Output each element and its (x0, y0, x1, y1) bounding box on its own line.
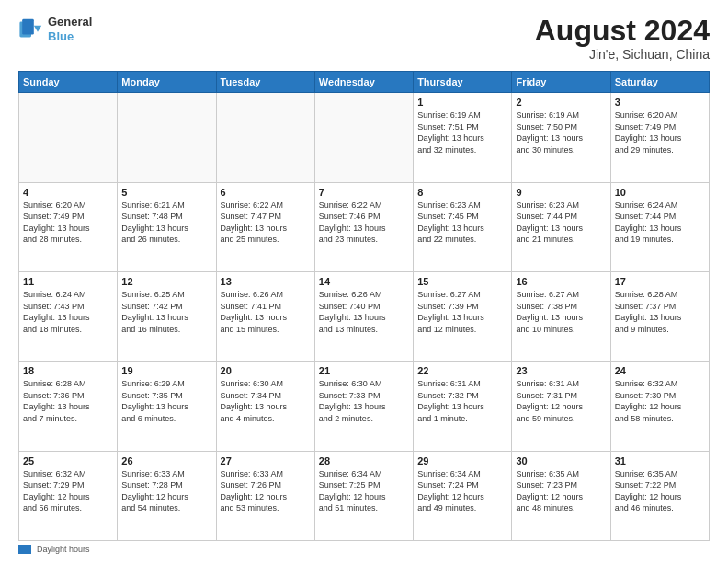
day-info: Sunrise: 6:31 AM Sunset: 7:32 PM Dayligh… (417, 378, 507, 424)
calendar-week-row: 1Sunrise: 6:19 AM Sunset: 7:51 PM Daylig… (19, 93, 710, 182)
table-row: 17Sunrise: 6:28 AM Sunset: 7:37 PM Dayli… (610, 271, 709, 361)
day-info: Sunrise: 6:23 AM Sunset: 7:45 PM Dayligh… (417, 200, 507, 246)
table-row: 3Sunrise: 6:20 AM Sunset: 7:49 PM Daylig… (610, 93, 709, 182)
day-number: 11 (23, 276, 113, 287)
day-number: 30 (516, 455, 606, 466)
day-info: Sunrise: 6:34 AM Sunset: 7:24 PM Dayligh… (417, 468, 507, 514)
svg-marker-2 (34, 25, 41, 31)
day-number: 23 (516, 365, 606, 376)
table-row: 1Sunrise: 6:19 AM Sunset: 7:51 PM Daylig… (414, 93, 512, 182)
day-info: Sunrise: 6:31 AM Sunset: 7:31 PM Dayligh… (516, 378, 606, 424)
calendar-header-cell: Thursday (414, 72, 512, 93)
day-info: Sunrise: 6:24 AM Sunset: 7:43 PM Dayligh… (23, 289, 113, 335)
table-row: 8Sunrise: 6:23 AM Sunset: 7:45 PM Daylig… (414, 182, 512, 271)
page: General Blue August 2024 Jin'e, Sichuan,… (0, 0, 728, 563)
title-block: August 2024 Jin'e, Sichuan, China (535, 15, 710, 62)
day-number: 10 (615, 187, 705, 198)
day-number: 1 (417, 97, 507, 108)
table-row (118, 93, 216, 182)
calendar-header-cell: Monday (118, 72, 216, 93)
day-number: 25 (23, 455, 113, 466)
daylight-swatch (18, 545, 31, 554)
table-row: 25Sunrise: 6:32 AM Sunset: 7:29 PM Dayli… (19, 451, 118, 540)
location: Jin'e, Sichuan, China (535, 47, 710, 62)
day-info: Sunrise: 6:25 AM Sunset: 7:42 PM Dayligh… (121, 289, 211, 335)
calendar-header-cell: Wednesday (314, 72, 413, 93)
calendar-header-row: SundayMondayTuesdayWednesdayThursdayFrid… (19, 72, 710, 93)
table-row: 30Sunrise: 6:35 AM Sunset: 7:23 PM Dayli… (512, 451, 610, 540)
table-row: 31Sunrise: 6:35 AM Sunset: 7:22 PM Dayli… (610, 451, 709, 540)
day-number: 15 (417, 276, 507, 287)
day-number: 31 (615, 455, 705, 466)
day-info: Sunrise: 6:34 AM Sunset: 7:25 PM Dayligh… (319, 468, 409, 514)
calendar-table: SundayMondayTuesdayWednesdayThursdayFrid… (18, 71, 710, 541)
footer-bar: Daylight hours (18, 545, 710, 554)
day-info: Sunrise: 6:33 AM Sunset: 7:28 PM Dayligh… (121, 468, 211, 514)
calendar-header-cell: Friday (512, 72, 610, 93)
day-number: 16 (516, 276, 606, 287)
day-number: 27 (221, 455, 311, 466)
table-row: 24Sunrise: 6:32 AM Sunset: 7:30 PM Dayli… (610, 362, 709, 451)
table-row: 14Sunrise: 6:26 AM Sunset: 7:40 PM Dayli… (314, 271, 413, 361)
day-number: 9 (516, 187, 606, 198)
day-info: Sunrise: 6:26 AM Sunset: 7:41 PM Dayligh… (221, 289, 311, 335)
calendar-header-cell: Saturday (610, 72, 709, 93)
logo-line1: General (48, 15, 92, 29)
day-info: Sunrise: 6:35 AM Sunset: 7:23 PM Dayligh… (516, 468, 606, 514)
table-row: 5Sunrise: 6:21 AM Sunset: 7:48 PM Daylig… (118, 182, 216, 271)
table-row: 22Sunrise: 6:31 AM Sunset: 7:32 PM Dayli… (414, 362, 512, 451)
day-info: Sunrise: 6:19 AM Sunset: 7:51 PM Dayligh… (417, 109, 507, 155)
day-info: Sunrise: 6:23 AM Sunset: 7:44 PM Dayligh… (516, 200, 606, 246)
day-info: Sunrise: 6:19 AM Sunset: 7:50 PM Dayligh… (516, 109, 606, 155)
day-number: 4 (23, 187, 113, 198)
day-info: Sunrise: 6:32 AM Sunset: 7:30 PM Dayligh… (615, 378, 705, 424)
day-info: Sunrise: 6:24 AM Sunset: 7:44 PM Dayligh… (615, 200, 705, 246)
table-row (19, 93, 118, 182)
calendar-week-row: 4Sunrise: 6:20 AM Sunset: 7:49 PM Daylig… (19, 182, 710, 271)
day-number: 2 (516, 97, 606, 108)
day-number: 6 (221, 187, 311, 198)
svg-rect-1 (22, 18, 34, 34)
calendar-week-row: 18Sunrise: 6:28 AM Sunset: 7:36 PM Dayli… (19, 362, 710, 451)
day-info: Sunrise: 6:22 AM Sunset: 7:47 PM Dayligh… (221, 200, 311, 246)
day-info: Sunrise: 6:35 AM Sunset: 7:22 PM Dayligh… (615, 468, 705, 514)
table-row: 29Sunrise: 6:34 AM Sunset: 7:24 PM Dayli… (414, 451, 512, 540)
calendar-header-cell: Sunday (19, 72, 118, 93)
day-number: 3 (615, 97, 705, 108)
day-info: Sunrise: 6:33 AM Sunset: 7:26 PM Dayligh… (221, 468, 311, 514)
logo-icon (18, 17, 44, 42)
day-number: 14 (319, 276, 409, 287)
day-info: Sunrise: 6:20 AM Sunset: 7:49 PM Dayligh… (615, 109, 705, 155)
day-number: 13 (221, 276, 311, 287)
table-row: 15Sunrise: 6:27 AM Sunset: 7:39 PM Dayli… (414, 271, 512, 361)
day-info: Sunrise: 6:28 AM Sunset: 7:36 PM Dayligh… (23, 378, 113, 424)
table-row: 11Sunrise: 6:24 AM Sunset: 7:43 PM Dayli… (19, 271, 118, 361)
day-info: Sunrise: 6:30 AM Sunset: 7:34 PM Dayligh… (221, 378, 311, 424)
day-number: 28 (319, 455, 409, 466)
logo-text: General Blue (48, 15, 92, 43)
day-info: Sunrise: 6:32 AM Sunset: 7:29 PM Dayligh… (23, 468, 113, 514)
day-info: Sunrise: 6:28 AM Sunset: 7:37 PM Dayligh… (615, 289, 705, 335)
table-row: 12Sunrise: 6:25 AM Sunset: 7:42 PM Dayli… (118, 271, 216, 361)
calendar-footer: Daylight hours (18, 545, 710, 554)
table-row: 23Sunrise: 6:31 AM Sunset: 7:31 PM Dayli… (512, 362, 610, 451)
day-number: 17 (615, 276, 705, 287)
table-row (216, 93, 314, 182)
daylight-label: Daylight hours (37, 545, 90, 554)
table-row (314, 93, 413, 182)
calendar-week-row: 25Sunrise: 6:32 AM Sunset: 7:29 PM Dayli… (19, 451, 710, 540)
day-number: 8 (417, 187, 507, 198)
header: General Blue August 2024 Jin'e, Sichuan,… (18, 15, 710, 62)
table-row: 26Sunrise: 6:33 AM Sunset: 7:28 PM Dayli… (118, 451, 216, 540)
day-number: 29 (417, 455, 507, 466)
day-info: Sunrise: 6:22 AM Sunset: 7:46 PM Dayligh… (319, 200, 409, 246)
table-row: 10Sunrise: 6:24 AM Sunset: 7:44 PM Dayli… (610, 182, 709, 271)
table-row: 2Sunrise: 6:19 AM Sunset: 7:50 PM Daylig… (512, 93, 610, 182)
day-number: 7 (319, 187, 409, 198)
day-info: Sunrise: 6:30 AM Sunset: 7:33 PM Dayligh… (319, 378, 409, 424)
table-row: 4Sunrise: 6:20 AM Sunset: 7:49 PM Daylig… (19, 182, 118, 271)
table-row: 27Sunrise: 6:33 AM Sunset: 7:26 PM Dayli… (216, 451, 314, 540)
day-number: 19 (121, 365, 211, 376)
day-info: Sunrise: 6:29 AM Sunset: 7:35 PM Dayligh… (121, 378, 211, 424)
day-number: 5 (121, 187, 211, 198)
